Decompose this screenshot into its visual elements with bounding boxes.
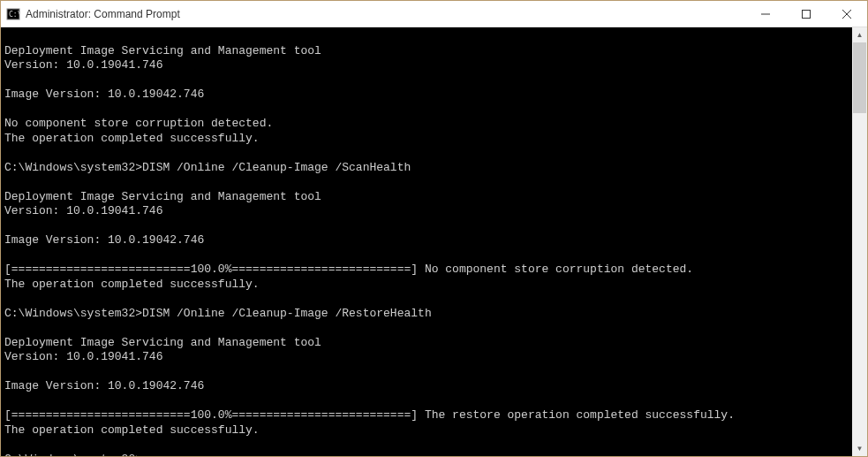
scroll-up-button[interactable]: ▲ [852,27,867,42]
terminal-line: Version: 10.0.19041.746 [4,350,849,365]
title-left: C:\ Administrator: Command Prompt [1,7,180,21]
terminal-line: The operation completed successfully. [4,423,849,438]
terminal-line: [==========================100.0%=======… [4,263,849,278]
terminal-line: Deployment Image Servicing and Managemen… [4,336,849,351]
terminal-line: Version: 10.0.19041.746 [4,204,849,219]
terminal-line: The operation completed successfully. [4,132,849,147]
terminal-line [4,103,849,118]
terminal-line [4,146,849,161]
terminal-line: Deployment Image Servicing and Managemen… [4,190,849,205]
terminal-line [4,438,849,453]
terminal-line [4,365,849,380]
cmd-icon: C:\ [6,7,20,21]
maximize-button[interactable] [786,1,826,27]
window-controls [745,1,867,27]
terminal-line [4,219,849,234]
terminal-line [4,321,849,336]
terminal-line: Image Version: 10.0.19042.746 [4,88,849,103]
terminal-line: Image Version: 10.0.19042.746 [4,379,849,394]
terminal-line: The operation completed successfully. [4,278,849,293]
terminal-line: Version: 10.0.19041.746 [4,58,849,73]
window-title: Administrator: Command Prompt [26,8,180,20]
minimize-button[interactable] [745,1,786,27]
terminal-line [4,394,849,409]
client-area: Deployment Image Servicing and Managemen… [1,27,867,456]
terminal-line: Deployment Image Servicing and Managemen… [4,44,849,59]
close-button[interactable] [826,1,867,27]
terminal-line: No component store corruption detected. [4,117,849,132]
terminal-line [4,73,849,88]
terminal-line [4,292,849,307]
svg-rect-3 [803,10,811,18]
scroll-down-button[interactable]: ▼ [852,441,867,456]
scrollbar[interactable]: ▲ ▼ [852,27,867,456]
terminal-line [4,29,849,44]
terminal-line: C:\Windows\system32>DISM /Online /Cleanu… [4,307,849,322]
titlebar[interactable]: C:\ Administrator: Command Prompt [1,1,867,27]
terminal-line [4,175,849,190]
terminal-line: [==========================100.0%=======… [4,408,849,423]
terminal-line: Image Version: 10.0.19042.746 [4,233,849,248]
terminal-line [4,248,849,263]
window: C:\ Administrator: Command Prompt Deploy… [0,0,868,457]
svg-text:C:\: C:\ [9,11,20,19]
terminal-line: C:\Windows\system32> [4,453,849,457]
terminal-output[interactable]: Deployment Image Servicing and Managemen… [1,27,852,456]
scroll-thumb[interactable] [853,42,866,113]
terminal-line: C:\Windows\system32>DISM /Online /Cleanu… [4,161,849,176]
